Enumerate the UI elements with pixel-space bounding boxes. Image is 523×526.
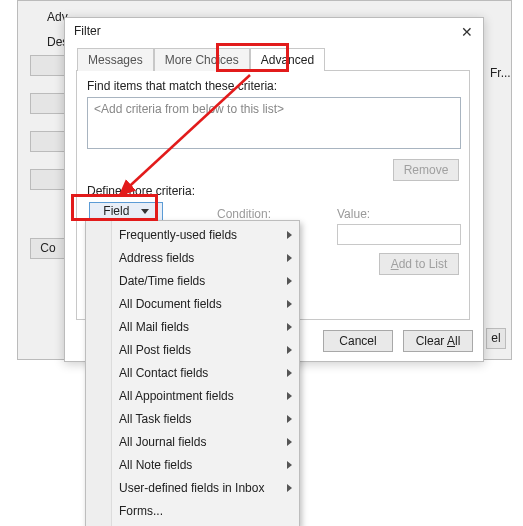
value-input[interactable] [337, 224, 461, 245]
clear-all-button[interactable]: Clear All [403, 330, 473, 352]
criteria-placeholder: <Add criteria from below to this list> [94, 102, 284, 116]
menu-item-label: All Journal fields [119, 435, 206, 449]
remove-button: Remove [393, 159, 459, 181]
chevron-right-icon [287, 346, 292, 354]
menu-item[interactable]: All Journal fields [87, 431, 298, 454]
menu-item[interactable]: All Contact fields [87, 362, 298, 385]
menu-item-label: All Contact fields [119, 366, 208, 380]
menu-item-label: All Task fields [119, 412, 191, 426]
menu-item-label: Address fields [119, 251, 194, 265]
clear-all-button-label: Clear All [416, 334, 461, 348]
menu-item[interactable]: Frequently-used fields [87, 224, 298, 247]
menu-item[interactable]: All Task fields [87, 408, 298, 431]
add-to-list-label: Add to List [391, 257, 448, 271]
chevron-right-icon [287, 231, 292, 239]
condition-label: Condition: [217, 207, 271, 221]
menu-item-label: Forms... [119, 504, 163, 518]
define-criteria-label: Define more criteria: [87, 184, 195, 198]
tab-more-choices[interactable]: More Choices [154, 48, 250, 71]
bg-el-button: el [486, 328, 506, 349]
menu-item-label: User-defined fields in Inbox [119, 481, 264, 495]
chevron-down-icon [141, 209, 149, 214]
close-icon[interactable]: ✕ [461, 24, 473, 40]
chevron-right-icon [287, 461, 292, 469]
menu-item-label: All Note fields [119, 458, 192, 472]
titlebar: Filter ✕ [65, 18, 483, 46]
menu-item-label: Frequently-used fields [119, 228, 237, 242]
tab-messages[interactable]: Messages [77, 48, 154, 71]
menu-item[interactable]: All Document fields [87, 293, 298, 316]
tab-advanced[interactable]: Advanced [250, 48, 325, 71]
bg-co-label: Co [40, 241, 55, 255]
tab-more-choices-label: More Choices [165, 53, 239, 67]
chevron-right-icon [287, 254, 292, 262]
value-label: Value: [337, 207, 370, 221]
chevron-right-icon [287, 438, 292, 446]
remove-button-label: Remove [404, 163, 449, 177]
menu-item-label: All Appointment fields [119, 389, 234, 403]
find-items-label: Find items that match these criteria: [87, 79, 277, 93]
tab-row: Messages More Choices Advanced [77, 48, 325, 71]
field-button-label: Field [103, 204, 129, 218]
menu-item[interactable]: Forms... [87, 500, 298, 523]
chevron-right-icon [287, 415, 292, 423]
menu-item[interactable]: All Note fields [87, 454, 298, 477]
dialog-title: Filter [74, 24, 101, 38]
chevron-right-icon [287, 484, 292, 492]
menu-item-label: Date/Time fields [119, 274, 205, 288]
chevron-right-icon [287, 323, 292, 331]
criteria-listbox[interactable]: <Add criteria from below to this list> [87, 97, 461, 149]
menu-item[interactable]: Address fields [87, 247, 298, 270]
menu-item-label: All Post fields [119, 343, 191, 357]
chevron-right-icon [287, 369, 292, 377]
tab-messages-label: Messages [88, 53, 143, 67]
menu-item[interactable]: All Mail fields [87, 316, 298, 339]
menu-item[interactable]: All Appointment fields [87, 385, 298, 408]
menu-item[interactable]: Date/Time fields [87, 270, 298, 293]
menu-item-label: All Document fields [119, 297, 222, 311]
chevron-right-icon [287, 277, 292, 285]
chevron-right-icon [287, 392, 292, 400]
bg-co-button: Co [30, 238, 66, 259]
field-dropdown-button[interactable]: Field [89, 202, 163, 221]
chevron-right-icon [287, 300, 292, 308]
bg-fr-text: Fr... [490, 66, 511, 80]
field-dropdown-menu: Frequently-used fieldsAddress fieldsDate… [85, 220, 300, 526]
cancel-button-label: Cancel [339, 334, 376, 348]
menu-item[interactable]: User-defined fields in Inbox [87, 477, 298, 500]
tab-advanced-label: Advanced [261, 53, 314, 67]
bg-el-label: el [491, 331, 500, 345]
add-to-list-button: Add to List [379, 253, 459, 275]
menu-item-label: All Mail fields [119, 320, 189, 334]
menu-item[interactable]: All Post fields [87, 339, 298, 362]
cancel-button[interactable]: Cancel [323, 330, 393, 352]
